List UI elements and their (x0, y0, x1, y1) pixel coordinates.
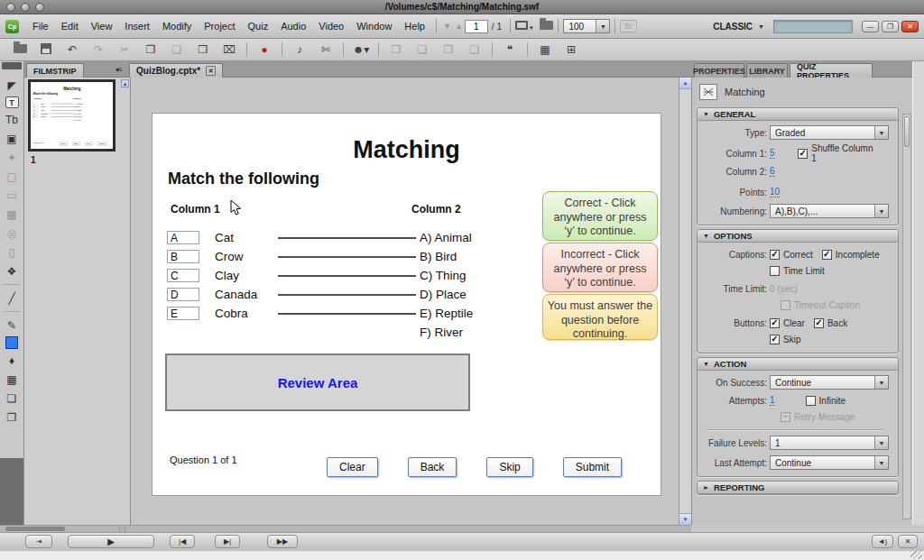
document-tab[interactable]: QuizBlog.cptx* ✕ (129, 63, 223, 78)
preview-icon[interactable]: ▾ (515, 21, 533, 32)
grid-tool[interactable]: ▦ (3, 372, 21, 387)
submit-button[interactable]: Submit (563, 457, 622, 477)
column1-item[interactable]: Cat (215, 231, 269, 244)
on-success-select[interactable]: Continue ▼ (770, 375, 889, 390)
resize-grip[interactable] (910, 551, 922, 559)
search-field[interactable] (773, 20, 853, 33)
action-section-header[interactable]: ▼ ACTION (698, 358, 898, 371)
column2-item[interactable]: A) Animal (420, 231, 521, 244)
filmstrip-panel-menu-icon[interactable]: ▾≡ (116, 66, 122, 74)
column2-value[interactable]: 6 (770, 166, 775, 177)
restore-button[interactable]: ❐ (882, 21, 899, 32)
play-button[interactable]: ▶ (68, 535, 154, 548)
delete-icon[interactable]: ⌧ (220, 43, 238, 56)
close-button[interactable]: ✕ (901, 21, 919, 32)
panel-scrollbar[interactable] (902, 114, 911, 519)
answer-letter-input[interactable]: D (167, 288, 199, 301)
column2-item[interactable]: B) Bird (420, 250, 521, 263)
answer-letter-input[interactable]: E (167, 307, 199, 320)
quiz-slide[interactable]: Matching Match the following Column 1 Co… (152, 113, 661, 496)
menu-window[interactable]: Window (350, 19, 398, 33)
close-icon[interactable]: ✕ (206, 66, 216, 76)
column2-header[interactable]: Column 2 (411, 203, 461, 216)
incomplete-caption[interactable]: You must answer the question before cont… (542, 294, 658, 340)
scroll-up-icon[interactable]: ▲ (121, 79, 129, 87)
column1-item[interactable]: Canada (215, 288, 269, 301)
type-select[interactable]: Graded ▼ (770, 125, 889, 140)
minimize-button[interactable]: — (862, 21, 879, 32)
menu-view[interactable]: View (85, 19, 119, 33)
attempts-value[interactable]: 1 (770, 395, 775, 406)
highlight-box-tool[interactable]: ▣ (3, 131, 21, 146)
workspace-switcher[interactable]: CLASSIC (713, 22, 753, 32)
tab-library[interactable]: LIBRARY (746, 63, 788, 78)
column1-item[interactable]: Crow (215, 250, 269, 263)
back-button[interactable]: Back (408, 457, 457, 477)
menu-file[interactable]: File (26, 19, 55, 33)
time-limit-checkbox[interactable] (770, 266, 780, 276)
horizontal-scrollbar[interactable]: ❘❘ (0, 525, 691, 532)
minimize-traffic-light[interactable] (21, 3, 30, 12)
close-traffic-light[interactable] (6, 3, 15, 12)
grid-icon[interactable]: ▦ (536, 43, 554, 56)
exit-button[interactable]: ⇥ (25, 535, 52, 548)
publish-icon[interactable] (540, 21, 553, 32)
previous-frame-button[interactable]: |◀ (170, 535, 195, 548)
skip-button-checkbox[interactable]: ✓ (770, 335, 780, 344)
text-caption-tool[interactable]: T (5, 96, 19, 108)
points-value[interactable]: 10 (770, 187, 780, 197)
magnification-select[interactable]: 100 ▼ (563, 19, 610, 33)
scroll-up-icon[interactable]: ▲ (679, 78, 691, 89)
reporting-section-header[interactable]: ► REPORTING (698, 482, 898, 494)
fast-forward-button[interactable]: ▶▶ (267, 535, 298, 548)
menu-quiz[interactable]: Quiz (242, 19, 275, 33)
shuffle-column1-checkbox[interactable]: ✓ (798, 149, 808, 159)
column2-item[interactable]: F) River (420, 326, 521, 339)
color-swatch[interactable] (5, 336, 18, 349)
answer-letter-input[interactable]: B (167, 250, 199, 263)
column2-item[interactable]: D) Place (420, 288, 521, 301)
answer-letter-input[interactable]: A (167, 231, 199, 244)
scroll-down-icon[interactable]: ▼ (679, 513, 691, 525)
column1-value[interactable]: 5 (770, 148, 775, 159)
undo-icon[interactable]: ↶ (63, 43, 81, 56)
filmstrip-panel-tab[interactable]: FILMSTRIP (26, 63, 84, 78)
text-to-speech-icon[interactable]: ❝ (501, 43, 519, 56)
column1-item[interactable]: Clay (215, 269, 269, 282)
snap-grid-icon[interactable]: ⊞ (562, 43, 580, 56)
clear-button[interactable]: Clear (327, 457, 378, 477)
rollover-caption-tool[interactable]: Tb (3, 112, 21, 127)
column1-header[interactable]: Column 1 (171, 203, 220, 216)
answer-letter-input[interactable]: C (167, 269, 199, 282)
next-frame-button[interactable]: ▶| (215, 535, 240, 548)
library-tool[interactable]: ❐ (3, 409, 21, 425)
slide-thumbnail[interactable]: Matching Match the following Column 1 Co… (28, 79, 116, 151)
previous-slide-icon[interactable]: ▼ (441, 22, 453, 31)
menu-audio[interactable]: Audio (274, 19, 312, 33)
last-attempt-select[interactable]: Continue ▼ (770, 455, 889, 470)
slide-title[interactable]: Matching (152, 136, 661, 164)
correct-caption[interactable]: Correct - Click anywhere or press ‘y’ to… (542, 191, 658, 241)
question-text[interactable]: Match the following (168, 170, 319, 188)
clear-button-checkbox[interactable]: ✓ (770, 318, 780, 328)
duplicate-icon[interactable]: ❒ (194, 43, 212, 56)
column2-item[interactable]: C) Thing (420, 269, 521, 282)
menu-help[interactable]: Help (398, 19, 431, 33)
pencil-tool[interactable]: ✎ (3, 317, 21, 333)
actors-icon[interactable]: ☻▾ (352, 43, 370, 56)
paint-bucket-tool[interactable]: ♦ (3, 353, 21, 368)
menu-insert[interactable]: Insert (118, 19, 156, 33)
menu-project[interactable]: Project (198, 19, 241, 33)
menu-modify[interactable]: Modify (156, 19, 198, 33)
record-icon[interactable]: ● (255, 43, 273, 56)
correct-caption-checkbox[interactable]: ✓ (770, 250, 780, 260)
numbering-select[interactable]: A),B),C),... ▼ (770, 204, 889, 218)
slide-number-input[interactable] (465, 20, 488, 33)
save-icon[interactable] (37, 43, 55, 57)
selection-tool[interactable]: ◤ (3, 78, 21, 93)
skip-button[interactable]: Skip (486, 457, 532, 477)
incomplete-caption-checkbox[interactable]: ✓ (822, 250, 832, 260)
zoom-traffic-light[interactable] (35, 3, 44, 12)
close-preview-button[interactable]: ✕ (898, 535, 918, 548)
copy-icon[interactable]: ❐ (142, 43, 160, 56)
